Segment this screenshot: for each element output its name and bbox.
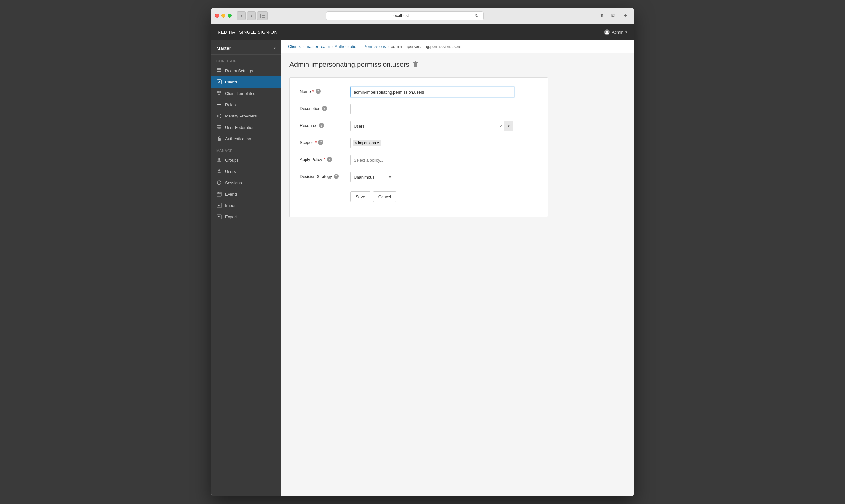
svg-rect-6 bbox=[219, 68, 221, 70]
sidebar-item-client-templates[interactable]: Client Templates bbox=[211, 88, 281, 99]
apply-policy-help-icon[interactable]: ? bbox=[327, 157, 332, 162]
sidebar-item-export[interactable]: Export bbox=[211, 211, 281, 222]
sidebar-item-roles[interactable]: Roles bbox=[211, 99, 281, 110]
scopes-help-icon[interactable]: ? bbox=[318, 140, 323, 145]
admin-avatar bbox=[604, 29, 610, 35]
resource-row: Resource ? Users × ▾ bbox=[300, 121, 538, 131]
resource-clear-button[interactable]: × bbox=[498, 123, 504, 129]
svg-point-26 bbox=[218, 169, 220, 172]
main-layout: Master ▾ Configure Realm Settings bbox=[211, 40, 634, 497]
identity-providers-icon bbox=[216, 113, 222, 119]
address-bar[interactable]: localhost ↻ bbox=[326, 11, 484, 20]
description-help-icon[interactable]: ? bbox=[322, 106, 327, 111]
svg-point-22 bbox=[217, 127, 221, 128]
refresh-button[interactable]: ↻ bbox=[473, 12, 480, 19]
sidebar-item-label: Sessions bbox=[225, 180, 242, 185]
browser-titlebar: ‹ › localhost ↻ ⬆ ⧉ + bbox=[211, 7, 634, 24]
svg-point-17 bbox=[220, 117, 221, 118]
admin-menu[interactable]: Admin ▾ bbox=[604, 29, 627, 35]
sessions-icon bbox=[216, 180, 222, 185]
name-input[interactable] bbox=[350, 87, 514, 97]
page-title: Admin-impersonating.permission.users bbox=[290, 60, 409, 69]
breadcrumb-permissions[interactable]: Permissions bbox=[364, 44, 386, 49]
breadcrumb-master-realm[interactable]: master-realm bbox=[306, 44, 330, 49]
browser-nav: ‹ › bbox=[237, 11, 268, 20]
close-button[interactable] bbox=[215, 14, 219, 18]
sidebar-item-label: Authentication bbox=[225, 137, 251, 141]
save-button[interactable]: Save bbox=[350, 191, 370, 202]
svg-rect-3 bbox=[262, 17, 265, 18]
sidebar-item-import[interactable]: Import bbox=[211, 200, 281, 211]
back-button[interactable]: ‹ bbox=[237, 11, 246, 20]
brand-text: RED HAT SINGLE SIGN-ON bbox=[218, 30, 277, 35]
button-row: Save Cancel bbox=[300, 189, 538, 202]
svg-rect-13 bbox=[217, 103, 221, 103]
apply-policy-input[interactable] bbox=[350, 155, 514, 165]
delete-button[interactable] bbox=[413, 61, 418, 68]
sidebar-toggle-button[interactable] bbox=[257, 11, 268, 20]
content-area: Clients › master-realm › Authorization ›… bbox=[281, 40, 634, 497]
description-row: Description ? bbox=[300, 104, 538, 114]
realm-settings-icon bbox=[216, 68, 222, 73]
sidebar-item-authentication[interactable]: Authentication bbox=[211, 133, 281, 144]
resource-value: Users bbox=[354, 124, 498, 128]
description-label: Description ? bbox=[300, 104, 350, 111]
apply-policy-row: Apply Policy * ? bbox=[300, 155, 538, 165]
name-help-icon[interactable]: ? bbox=[316, 89, 321, 94]
sidebar-item-clients[interactable]: Clients bbox=[211, 76, 281, 88]
sidebar-item-events[interactable]: Events bbox=[211, 188, 281, 200]
sidebar-item-sessions[interactable]: Sessions bbox=[211, 177, 281, 188]
roles-icon bbox=[216, 102, 222, 107]
resource-help-icon[interactable]: ? bbox=[319, 123, 324, 128]
svg-rect-14 bbox=[217, 104, 221, 105]
svg-point-18 bbox=[217, 115, 218, 116]
svg-rect-0 bbox=[260, 14, 261, 18]
client-templates-icon bbox=[216, 90, 222, 96]
maximize-button[interactable] bbox=[228, 14, 232, 18]
groups-icon bbox=[216, 157, 222, 163]
realm-name: Master bbox=[216, 46, 231, 51]
decision-strategy-control: Unanimous Affirmative Consensus bbox=[350, 172, 514, 182]
new-tab-button[interactable]: + bbox=[621, 11, 630, 20]
duplicate-button[interactable]: ⧉ bbox=[608, 11, 617, 20]
action-buttons: Save Cancel bbox=[350, 191, 396, 202]
svg-rect-2 bbox=[262, 15, 265, 16]
description-control bbox=[350, 104, 514, 114]
breadcrumb-sep-2: › bbox=[332, 45, 333, 49]
manage-section-label: Manage bbox=[211, 144, 281, 154]
description-input[interactable] bbox=[350, 104, 514, 114]
scopes-control: × impersonate bbox=[350, 138, 514, 148]
svg-line-19 bbox=[218, 115, 220, 116]
svg-line-20 bbox=[218, 116, 220, 117]
resource-dropdown-button[interactable]: ▾ bbox=[504, 121, 513, 131]
decision-strategy-select[interactable]: Unanimous Affirmative Consensus bbox=[350, 172, 394, 182]
share-button[interactable]: ⬆ bbox=[597, 11, 606, 20]
breadcrumb-authorization[interactable]: Authorization bbox=[335, 44, 359, 49]
decision-strategy-help-icon[interactable]: ? bbox=[333, 174, 339, 179]
svg-rect-7 bbox=[217, 71, 219, 72]
sidebar-item-realm-settings[interactable]: Realm Settings bbox=[211, 65, 281, 76]
svg-rect-8 bbox=[219, 71, 221, 72]
realm-selector[interactable]: Master ▾ bbox=[211, 40, 281, 55]
page-content: Admin-impersonating.permission.users Nam… bbox=[281, 53, 634, 225]
page-header: Admin-impersonating.permission.users bbox=[290, 60, 625, 69]
minimize-button[interactable] bbox=[221, 14, 225, 18]
sidebar-item-label: User Federation bbox=[225, 125, 255, 130]
forward-button[interactable]: › bbox=[247, 11, 256, 20]
scope-remove-button[interactable]: × bbox=[355, 141, 357, 145]
admin-label: Admin bbox=[612, 30, 623, 35]
cancel-button[interactable]: Cancel bbox=[373, 191, 396, 202]
sidebar-item-users[interactable]: Users bbox=[211, 166, 281, 177]
app-container: RED HAT SINGLE SIGN-ON Admin ▾ Master bbox=[211, 24, 634, 497]
decision-strategy-label: Decision Strategy ? bbox=[300, 172, 350, 179]
name-label: Name * ? bbox=[300, 87, 350, 94]
breadcrumb-sep-3: › bbox=[361, 45, 362, 49]
breadcrumb-clients[interactable]: Clients bbox=[288, 44, 301, 49]
resource-select[interactable]: Users × ▾ bbox=[350, 121, 514, 131]
scopes-input[interactable]: × impersonate bbox=[350, 138, 514, 148]
sidebar-item-groups[interactable]: Groups bbox=[211, 154, 281, 166]
authentication-icon bbox=[216, 136, 222, 141]
sidebar-item-identity-providers[interactable]: Identity Providers bbox=[211, 110, 281, 122]
sidebar-item-user-federation[interactable]: User Federation bbox=[211, 122, 281, 133]
svg-rect-1 bbox=[262, 14, 265, 15]
